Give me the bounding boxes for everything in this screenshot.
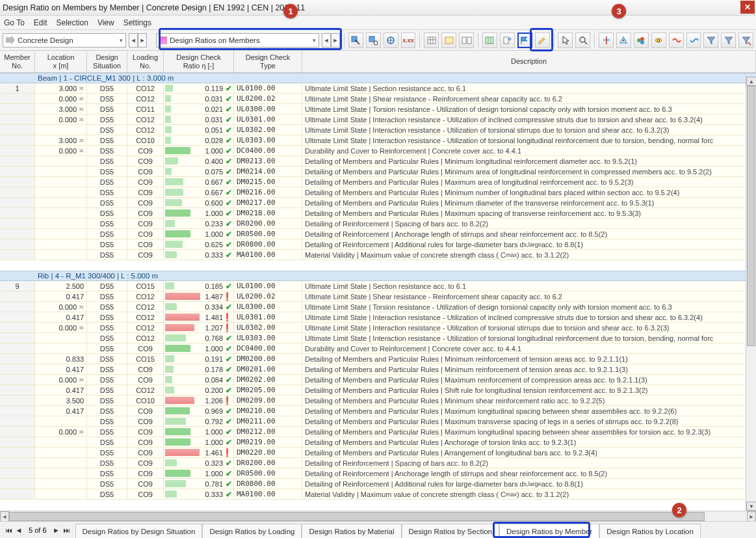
scroll-right-button[interactable]: ► [747,511,756,522]
table-row[interactable]: 0.000DS5CO120.031✔UL0301.00Ultimate Limi… [0,114,756,125]
table-row[interactable]: 0.417DS5CO90.178✔DM0201.00Detailing of M… [0,364,756,375]
close-button[interactable]: ✕ [740,1,755,14]
result-next-button[interactable]: ► [331,33,340,47]
tool-funnel-2[interactable] [721,33,736,48]
tool-scale[interactable]: x.xx [401,33,416,48]
module-next-button[interactable]: ► [138,33,147,47]
pager-last[interactable]: ⏭ [62,526,72,534]
table-row[interactable]: 0.417DS5CO90.969✔DM0210.00Detailing of M… [0,406,756,416]
tool-funnel-3[interactable] [738,33,753,48]
table-row[interactable]: 3.000DS5CO100.028✔UL0303.00Ultimate Limi… [0,135,756,146]
table-row[interactable]: 0.417DS5CO121.487❗UL0200.02Ultimate Limi… [0,291,756,302]
tool-misc-3[interactable] [634,33,649,48]
table-row[interactable]: DS5CO90.333✔MA0100.00Material Validity |… [0,489,756,500]
table-row[interactable]: 3.500DS5CO101.206❗DM0209.00Detailing of … [0,396,756,406]
tool-funnel-1[interactable] [703,33,718,48]
group-header[interactable]: Beam | 1 - CIRCLE_M1 300 | L : 3.000 m [0,73,756,83]
tab-design-ratios-by-member[interactable]: Design Ratios by Member [499,524,599,538]
scroll-down-button[interactable]: ▼ [746,502,756,511]
tool-graph[interactable] [384,33,398,48]
table-row[interactable]: DS5CO91.000✔DM0218.00Detailing of Member… [0,208,756,219]
pager-prev[interactable]: ◄ [14,526,23,534]
tool-misc-2[interactable] [616,33,631,48]
table-row[interactable]: DS5CO91.000✔DR0500.00Detailing of Reinfo… [0,468,756,479]
menu-goto[interactable]: Go To [4,18,25,27]
result-combo[interactable]: Design Ratios on Members ▾ [156,33,319,47]
menu-view[interactable]: View [98,18,114,27]
result-prev-button[interactable]: ◄ [322,33,331,47]
table-row[interactable]: DS5CO91.461❗DM0220.00Detailing of Member… [0,448,756,458]
tab-design-ratios-by-section[interactable]: Design Ratios by Section [402,524,499,538]
table-row[interactable]: 3.000DS5CO110.021✔UL0300.00Ultimate Limi… [0,104,756,114]
pager-next[interactable]: ► [52,526,61,534]
module-combo[interactable]: Concrete Design ▾ [3,33,126,47]
table-row[interactable]: DS5CO120.051✔UL0302.00Ultimate Limit Sta… [0,125,756,135]
menu-edit[interactable]: Edit [34,18,47,27]
tool-table-3[interactable] [459,33,474,48]
tool-edit[interactable] [535,33,550,48]
tool-misc-4[interactable]: 0 [651,33,666,48]
group-header[interactable]: Rib | 4 - R_M1 300/400 | L : 5.000 m [0,271,756,281]
scroll-left-button[interactable]: ◄ [0,511,9,522]
tool-misc-5[interactable] [669,33,684,48]
table-row[interactable]: 0.000DS5CO90.084✔DM0202.00Detailing of M… [0,375,756,385]
tool-cursor[interactable] [558,33,573,48]
scroll-thumb-h[interactable] [9,512,705,521]
table-row[interactable]: DS5CO90.781✔DR0800.00Detailing of Reinfo… [0,479,756,489]
tool-table-1[interactable] [424,33,439,48]
table-row[interactable]: DS5CO91.000✔DM0219.00Detailing of Member… [0,437,756,448]
table-row[interactable]: 0.000DS5CO91.000✔DC0400.00Durability and… [0,146,756,156]
tab-design-ratios-by-design-situation[interactable]: Design Ratios by Design Situation [75,524,203,538]
table-row[interactable]: DS5CO91.000✔DC0400.00Durability and Cove… [0,343,756,354]
tab-design-ratios-by-material[interactable]: Design Ratios by Material [302,524,401,538]
header-loading[interactable]: LoadingNo. [127,51,164,72]
table-row[interactable]: 0.000DS5CO91.000✔DM0212.00Detailing of M… [0,427,756,437]
vertical-scrollbar[interactable]: ▲ ▼ [746,77,756,511]
tool-misc-1[interactable] [599,33,614,48]
tab-design-ratios-by-location[interactable]: Design Ratios by Location [599,524,701,538]
scroll-up-button[interactable]: ▲ [746,77,756,86]
header-type[interactable]: Design CheckType [234,51,302,72]
table-row[interactable]: DS5CO90.323✔DR0200.00Detailing of Reinfo… [0,458,756,468]
pager-first[interactable]: ⏮ [4,526,13,534]
header-description[interactable]: Description [302,51,756,72]
tool-filter-flag[interactable] [517,33,532,48]
table-row[interactable]: DS5CO90.333✔MA0100.00Material Validity |… [0,250,756,260]
table-row[interactable]: DS5CO90.667✔DM0215.00Detailing of Member… [0,177,756,187]
header-member-no[interactable]: MemberNo. [0,51,35,72]
table-row[interactable]: DS5CO91.000✔DR0500.00Detailing of Reinfo… [0,229,756,239]
tool-select-1[interactable] [348,33,363,48]
tool-misc-6[interactable] [686,33,701,48]
table-row[interactable]: DS5CO90.600✔DM0217.00Detailing of Member… [0,198,756,208]
header-location[interactable]: Locationx [m] [35,51,87,72]
table-row[interactable]: DS5CO90.625✔DR0800.00Detailing of Reinfo… [0,239,756,250]
header-ratio[interactable]: Design CheckRatio η [-] [164,51,234,72]
tool-table-2[interactable] [441,33,456,48]
horizontal-scrollbar[interactable]: ◄ ► [0,511,756,521]
table-row[interactable]: 92.500DS5CO150.185✔UL0100.00Ultimate Lim… [0,281,756,291]
header-situation[interactable]: DesignSituation [87,51,127,72]
tool-export[interactable] [500,33,515,48]
table-row[interactable]: 0.417DS5CO120.200✔DM0205.00Detailing of … [0,385,756,396]
tool-select-2[interactable] [366,33,381,48]
tab-design-ratios-by-loading[interactable]: Design Ratios by Loading [202,524,302,538]
results-grid[interactable]: Beam | 1 - CIRCLE_M1 300 | L : 3.000 m13… [0,73,756,500]
table-row[interactable]: DS5CO90.792✔DM0211.00Detailing of Member… [0,416,756,427]
menu-settings[interactable]: Settings [124,18,151,27]
table-row[interactable]: DS5CO90.400✔DM0213.00Detailing of Member… [0,156,756,167]
table-row[interactable]: 13.000DS5CO120.119✔UL0100.00Ultimate Lim… [0,83,756,94]
table-row[interactable]: 0.000DS5CO121.207❗UL0302.00Ultimate Limi… [0,323,756,333]
module-prev-button[interactable]: ◄ [129,33,138,47]
table-row[interactable]: DS5CO120.768✔UL0303.00Ultimate Limit Sta… [0,333,756,343]
table-row[interactable]: DS5CO90.233✔DR0200.00Detailing of Reinfo… [0,219,756,229]
table-row[interactable]: 0.833DS5CO150.191✔DM0200.00Detailing of … [0,354,756,364]
scroll-thumb[interactable] [747,86,755,346]
menu-selection[interactable]: Selection [57,18,88,27]
table-row[interactable]: 0.000DS5CO120.031✔UL0200.02Ultimate Limi… [0,94,756,104]
table-row[interactable]: DS5CO90.667✔DM0216.00Detailing of Member… [0,187,756,198]
tool-columns[interactable] [482,33,497,48]
table-row[interactable]: 0.417DS5CO121.481❗UL0301.00Ultimate Limi… [0,312,756,323]
table-row[interactable]: DS5CO90.075✔DM0214.00Detailing of Member… [0,167,756,177]
tool-find[interactable] [575,33,590,48]
table-row[interactable]: 0.000DS5CO120.334✔UL0300.00Ultimate Limi… [0,302,756,312]
